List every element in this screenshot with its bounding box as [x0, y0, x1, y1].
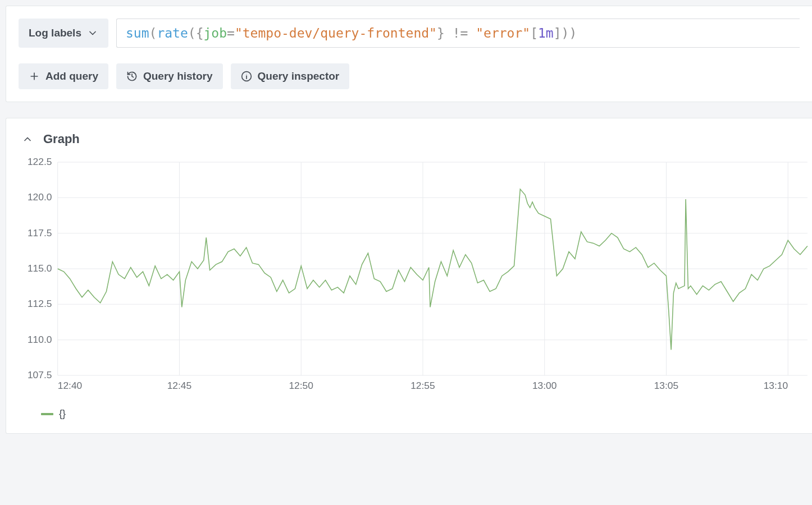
query-history-button[interactable]: Query history: [116, 63, 223, 89]
graph-title: Graph: [43, 132, 80, 146]
legend-label: {}: [59, 408, 66, 420]
info-icon: [241, 71, 252, 82]
query-row: Log labels sum(rate({job="tempo-dev/quer…: [19, 19, 800, 48]
svg-text:115.0: 115.0: [28, 263, 52, 274]
svg-text:120.0: 120.0: [28, 192, 52, 203]
svg-text:122.5: 122.5: [28, 157, 52, 167]
chart-svg: 107.5110.0112.5115.0117.5120.0122.512:40…: [16, 157, 810, 398]
add-query-label: Add query: [45, 70, 98, 82]
svg-point-4: [246, 74, 247, 75]
add-query-button[interactable]: Add query: [19, 63, 108, 89]
query-history-label: Query history: [143, 70, 213, 82]
history-icon: [126, 71, 138, 82]
chevron-up-icon: [22, 134, 33, 145]
log-labels-label: Log labels: [29, 27, 81, 39]
svg-text:117.5: 117.5: [28, 227, 52, 238]
graph-header[interactable]: Graph: [16, 128, 812, 157]
svg-text:110.0: 110.0: [28, 334, 52, 345]
query-input[interactable]: sum(rate({job="tempo-dev/query-frontend"…: [116, 19, 800, 48]
query-toolbar: Add query Query history Query inspector: [19, 63, 800, 89]
chart[interactable]: 107.5110.0112.5115.0117.5120.0122.512:40…: [16, 157, 812, 398]
svg-text:107.5: 107.5: [28, 369, 52, 380]
legend-swatch: [41, 413, 53, 415]
query-inspector-label: Query inspector: [258, 70, 340, 82]
graph-panel: Graph 107.5110.0112.5115.0117.5120.0122.…: [6, 118, 812, 434]
legend: {}: [16, 398, 812, 423]
log-labels-button[interactable]: Log labels: [19, 19, 108, 48]
query-panel: Log labels sum(rate({job="tempo-dev/quer…: [6, 6, 812, 102]
svg-text:12:40: 12:40: [58, 380, 83, 391]
svg-text:12:55: 12:55: [410, 380, 435, 391]
plus-icon: [29, 71, 40, 82]
svg-text:13:00: 13:00: [532, 380, 557, 391]
chevron-down-icon: [87, 27, 98, 39]
svg-text:12:50: 12:50: [289, 380, 313, 391]
svg-text:12:45: 12:45: [167, 380, 192, 391]
svg-text:13:05: 13:05: [654, 380, 679, 391]
query-inspector-button[interactable]: Query inspector: [231, 63, 350, 89]
svg-text:13:10: 13:10: [764, 380, 788, 391]
svg-text:112.5: 112.5: [28, 299, 52, 310]
